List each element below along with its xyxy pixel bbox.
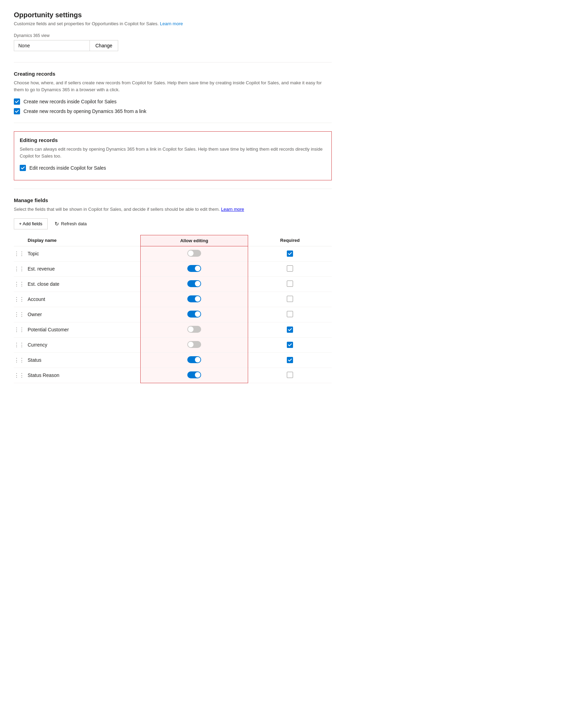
drag-handle[interactable]: ⋮⋮ (14, 261, 28, 276)
editing-records-section: Editing records Sellers can always edit … (14, 131, 332, 180)
required-checkbox[interactable] (287, 296, 293, 302)
field-name-cell: Topic (28, 246, 140, 261)
creating-records-section: Creating records Choose how, where, and … (14, 71, 332, 114)
create-checkbox-1[interactable] (14, 98, 20, 105)
learn-more-link-top[interactable]: Learn more (160, 21, 183, 26)
drag-handle[interactable]: ⋮⋮ (14, 246, 28, 261)
edit-checkbox-1[interactable] (20, 165, 26, 171)
fields-toolbar: + Add fields ↻ Refresh data (14, 218, 332, 229)
drag-handle[interactable]: ⋮⋮ (14, 352, 28, 368)
allow-editing-toggle[interactable] (187, 265, 201, 272)
refresh-data-button[interactable]: ↻ Refresh data (52, 219, 90, 229)
allow-editing-cell[interactable] (140, 337, 248, 352)
allow-editing-cell[interactable] (140, 292, 248, 307)
field-name-cell: Owner (28, 307, 140, 322)
required-checkbox[interactable] (287, 281, 293, 287)
required-checkbox[interactable] (287, 372, 293, 378)
allow-editing-toggle[interactable] (187, 356, 201, 363)
drag-handle[interactable]: ⋮⋮ (14, 337, 28, 352)
required-checkbox[interactable] (287, 342, 293, 348)
required-cell[interactable] (248, 292, 332, 307)
required-cell[interactable] (248, 352, 332, 368)
create-checkbox-row-2: Create new records by opening Dynamics 3… (14, 108, 332, 114)
divider-1 (14, 62, 332, 63)
allow-editing-cell[interactable] (140, 368, 248, 383)
allow-editing-cell[interactable] (140, 352, 248, 368)
col-display-name: Display name (28, 235, 140, 246)
col-required: Required (248, 235, 332, 246)
required-checkbox[interactable] (287, 250, 293, 257)
refresh-icon: ↻ (55, 221, 59, 227)
dynamics-view-label: Dynamics 365 view (14, 33, 332, 38)
allow-editing-cell[interactable] (140, 276, 248, 292)
divider-3 (14, 189, 332, 189)
required-checkbox[interactable] (287, 327, 293, 333)
field-name-cell: Potential Customer (28, 322, 140, 337)
divider-2 (14, 123, 332, 123)
field-name-cell: Status Reason (28, 368, 140, 383)
create-checkbox-2[interactable] (14, 108, 20, 114)
allow-editing-toggle[interactable] (187, 371, 201, 378)
drag-handle[interactable]: ⋮⋮ (14, 368, 28, 383)
allow-editing-cell[interactable] (140, 307, 248, 322)
field-name-cell: Account (28, 292, 140, 307)
field-name-cell: Currency (28, 337, 140, 352)
creating-records-title: Creating records (14, 71, 332, 77)
col-allow-editing: Allow editing (140, 235, 248, 246)
change-button[interactable]: Change (90, 40, 118, 51)
create-checkbox-label-2: Create new records by opening Dynamics 3… (23, 108, 147, 114)
allow-editing-toggle[interactable] (187, 250, 201, 257)
allow-editing-toggle[interactable] (187, 295, 201, 302)
field-name-cell: Est. revenue (28, 261, 140, 276)
required-cell[interactable] (248, 337, 332, 352)
drag-handle[interactable]: ⋮⋮ (14, 292, 28, 307)
allow-editing-cell[interactable] (140, 261, 248, 276)
required-cell[interactable] (248, 246, 332, 261)
manage-fields-desc: Select the fields that will be shown in … (14, 206, 332, 213)
editing-records-title: Editing records (20, 137, 326, 143)
manage-fields-title: Manage fields (14, 197, 332, 203)
dynamics-view-input[interactable]: None (14, 40, 90, 51)
manage-fields-section: Manage fields Select the fields that wil… (14, 197, 332, 383)
required-cell[interactable] (248, 276, 332, 292)
edit-checkbox-label-1: Edit records inside Copilot for Sales (29, 165, 106, 171)
required-cell[interactable] (248, 368, 332, 383)
add-fields-button[interactable]: + Add fields (14, 218, 48, 229)
drag-handle[interactable]: ⋮⋮ (14, 322, 28, 337)
required-checkbox[interactable] (287, 311, 293, 317)
drag-handle[interactable]: ⋮⋮ (14, 276, 28, 292)
allow-editing-toggle[interactable] (187, 341, 201, 348)
create-checkbox-row-1: Create new records inside Copilot for Sa… (14, 98, 332, 105)
dynamics-view-row: None Change (14, 40, 332, 51)
page-subtitle: Customize fields and set properties for … (14, 21, 332, 26)
required-checkbox[interactable] (287, 265, 293, 272)
field-name-cell: Est. close date (28, 276, 140, 292)
required-cell[interactable] (248, 261, 332, 276)
edit-checkbox-row-1: Edit records inside Copilot for Sales (20, 165, 326, 171)
allow-editing-cell[interactable] (140, 322, 248, 337)
required-cell[interactable] (248, 322, 332, 337)
allow-editing-toggle[interactable] (187, 311, 201, 318)
required-checkbox[interactable] (287, 357, 293, 363)
creating-records-desc: Choose how, where, and if sellers create… (14, 79, 332, 93)
fields-table: Display name Allow editing Required ⋮⋮To… (14, 235, 332, 383)
page-title: Opportunity settings (14, 11, 332, 19)
field-name-cell: Status (28, 352, 140, 368)
allow-editing-toggle[interactable] (187, 280, 201, 287)
allow-editing-cell[interactable] (140, 246, 248, 261)
drag-handle[interactable]: ⋮⋮ (14, 307, 28, 322)
editing-records-desc: Sellers can always edit records by openi… (20, 146, 326, 159)
create-checkbox-label-1: Create new records inside Copilot for Sa… (23, 99, 116, 104)
allow-editing-toggle[interactable] (187, 326, 201, 333)
learn-more-link-fields[interactable]: Learn more (221, 207, 244, 212)
required-cell[interactable] (248, 307, 332, 322)
